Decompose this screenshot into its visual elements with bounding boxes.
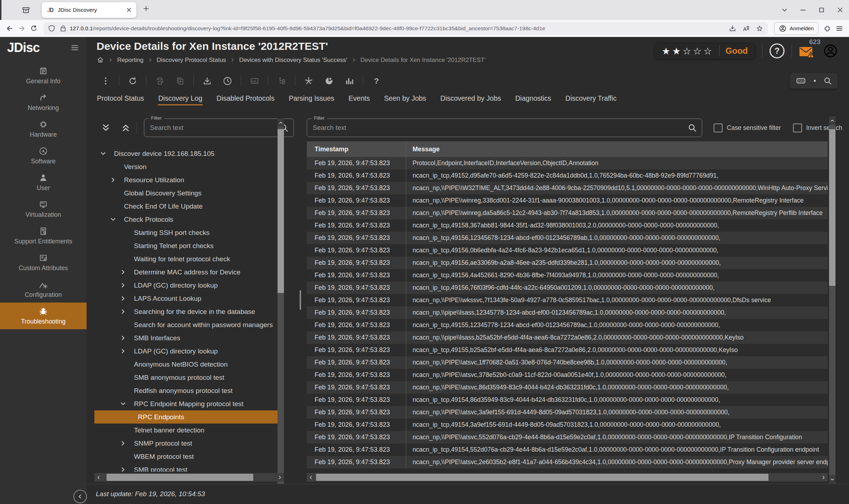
tree-collapsed-icon[interactable] (120, 308, 126, 315)
tree-item-resource-utilization[interactable]: Resource Utilization (94, 173, 276, 187)
tree-toggle[interactable] (120, 466, 134, 472)
browser-tab[interactable]: JD JDisc Discovery (42, 2, 136, 18)
expand-all-icon[interactable] (101, 123, 111, 133)
tree-collapsed-icon[interactable] (120, 282, 126, 289)
tree-item-rpc-endpoint-mapping-protocol-test[interactable]: RPC Endpoint Mapping protocol test (94, 397, 276, 410)
log-row[interactable]: Feb 19, 2026, 9:47:53.823 ncacn_np,\\PIP… (307, 207, 828, 219)
sql-button[interactable]: SQL (250, 76, 259, 86)
tree-toggle[interactable] (110, 216, 124, 223)
bookmark-star-icon[interactable] (756, 25, 763, 32)
tree-toggle[interactable] (120, 440, 134, 447)
checkbox-box[interactable] (714, 124, 723, 132)
tree-search-input[interactable] (149, 124, 279, 132)
table-view-button[interactable] (796, 75, 806, 86)
url-bar[interactable]: 127.0.0.1 /reports/device-details/troubl… (43, 22, 768, 35)
kebab-menu-button[interactable] (101, 76, 110, 86)
log-row[interactable]: Feb 19, 2026, 9:47:53.823 ncacn_ip_tcp,4… (307, 269, 828, 282)
tree-item-rpc-endpoints[interactable]: RPC Endpoints (94, 410, 278, 424)
tree-collapsed-icon[interactable] (120, 466, 126, 472)
breadcrumb-item[interactable]: Discovery Protocol Status (157, 57, 226, 64)
breadcrumb-item[interactable]: Device Details for Xen Instance '2012R2T… (361, 57, 486, 64)
copy-report-button[interactable] (175, 76, 185, 86)
tree-item-version[interactable]: Version (94, 160, 276, 173)
maximize-window-icon[interactable] (818, 6, 825, 14)
zoom-button[interactable] (823, 77, 832, 85)
tree-collapsed-icon[interactable] (110, 177, 117, 183)
tree-item-snmp-protocol-test[interactable]: SNMP protocol test (94, 437, 276, 450)
tree-item-check-end-of-life-update[interactable]: Check End Of Life Update (94, 200, 276, 213)
log-row[interactable]: Feb 19, 2026, 9:47:53.823 ncacn_ip_tcp,4… (307, 319, 828, 331)
tree-item-redfish-anonymous-protocol-test[interactable]: Redfish anonymous protocol test (94, 384, 276, 397)
tree-item-waiting-for-telnet-protocol-check[interactable]: Waiting for telnet protocol check (94, 252, 276, 266)
scroll-left-icon[interactable] (96, 475, 101, 480)
close-window-icon[interactable] (836, 6, 844, 14)
tree-collapsed-icon[interactable] (120, 269, 126, 275)
history-button[interactable] (223, 76, 232, 86)
log-row[interactable]: Feb 19, 2026, 9:47:53.823 ncacn_np,\\PIP… (307, 456, 828, 468)
tab-discovery-log[interactable]: Discovery Log (158, 92, 203, 106)
topology-button[interactable] (277, 76, 286, 86)
tree-vertical-scrollbar[interactable] (278, 119, 284, 484)
log-row[interactable]: Feb 19, 2026, 9:47:53.823 ncacn_np,\\pip… (307, 306, 828, 319)
tree-expanded-icon[interactable] (120, 400, 126, 407)
log-row[interactable]: Feb 19, 2026, 9:47:53.823 ncacn_ip_tcp,4… (307, 344, 828, 356)
forward-button[interactable] (16, 22, 28, 35)
column-header-timestamp[interactable]: Timestamp (307, 146, 406, 153)
log-row[interactable]: Feb 19, 2026, 9:47:53.823 ncacn_ip_tcp,4… (307, 257, 828, 269)
pie-chart-button[interactable] (324, 76, 334, 86)
print-button[interactable] (155, 76, 165, 86)
extensions-icon[interactable] (821, 22, 833, 35)
tree-item-smb-protocol-test[interactable]: SMB protocol test (94, 463, 276, 472)
tree-toggle[interactable] (120, 269, 134, 275)
log-row[interactable]: Feb 19, 2026, 9:47:53.823 ncacn_np,\\PIP… (307, 369, 828, 381)
tree-toggle[interactable] (120, 295, 134, 302)
tree-toggle[interactable] (100, 150, 114, 157)
log-row[interactable]: Feb 19, 2026, 9:47:53.823 ncacn_np,\\PIP… (307, 356, 828, 369)
tab-seen-by-jobs[interactable]: Seen by Jobs (384, 92, 426, 106)
log-row[interactable]: Feb 19, 2026, 9:47:53.823 ncacn_ip_tcp,4… (307, 219, 828, 232)
sidebar-item-virtualization[interactable]: Virtualization (0, 196, 87, 222)
tab-diagnostics[interactable]: Diagnostics (515, 92, 552, 106)
sidebar-item-user[interactable]: User (0, 169, 87, 196)
tree-toggle[interactable] (110, 177, 124, 183)
collapse-sidebar-button[interactable] (73, 490, 87, 503)
tracking-shield-icon[interactable] (48, 25, 56, 32)
tree-item-searching-for-the-device-in-the-database[interactable]: Searching for the device in the database (94, 305, 276, 318)
log-horizontal-scrollbar[interactable] (307, 473, 828, 482)
scroll-up-icon[interactable] (278, 119, 284, 127)
tree-item-anonymous-netbios-detection[interactable]: Anonymous NetBIOS detection (94, 358, 276, 371)
log-row[interactable]: Feb 19, 2026, 9:47:53.823 ncacn_ip_tcp,4… (307, 232, 828, 244)
log-row[interactable]: Feb 19, 2026, 9:47:53.823 ncacn_ip_tcp,4… (307, 394, 828, 406)
tree-collapsed-icon[interactable] (120, 335, 126, 341)
tree-item-ldap-gc-directory-lookup[interactable]: LDAP (GC) directory lookup (94, 345, 276, 358)
sidebar-item-custom-attributes[interactable]: Custom Attributes (0, 249, 87, 276)
log-row[interactable]: Feb 19, 2026, 9:47:53.823 ncacn_np,\\PIP… (307, 406, 828, 419)
log-row[interactable]: Feb 19, 2026, 9:47:53.823 ncacn_ip_tcp,4… (307, 419, 828, 431)
tree-item-starting-telnet-port-checks[interactable]: Starting Telnet port checks (94, 239, 276, 252)
breadcrumb-item[interactable]: Devices with Discovery Status 'Success' (239, 57, 347, 64)
tab-discovered-by-jobs[interactable]: Discovered by Jobs (440, 92, 501, 106)
refresh-button[interactable] (128, 76, 138, 86)
signin-button[interactable]: Anmelden (774, 22, 818, 35)
tab-protocol-status[interactable]: Protocol Status (97, 92, 144, 106)
checkbox-box[interactable] (793, 124, 802, 132)
minimize-window-icon[interactable] (799, 6, 807, 14)
lock-icon[interactable] (59, 25, 67, 32)
firefox-view-icon[interactable] (21, 5, 31, 15)
sidebar-item-hardware[interactable]: Hardware (0, 116, 87, 142)
tab-parsing-issues[interactable]: Parsing Issues (288, 92, 335, 106)
question-button[interactable]: ? (372, 76, 381, 86)
tree-collapsed-icon[interactable] (120, 348, 126, 355)
new-tab-button[interactable] (142, 5, 150, 12)
tree-item-check-protocols[interactable]: Check Protocols (94, 213, 276, 226)
tab-discovery-traffic[interactable]: Discovery Traffic (565, 92, 617, 106)
tree-item-laps-account-lookup[interactable]: LAPS Account Lookup (94, 292, 276, 305)
log-row[interactable]: Feb 19, 2026, 9:47:53.823 ncacn_np,\\PIP… (307, 431, 828, 443)
bar-chart-button[interactable] (345, 76, 354, 86)
sidebar-item-configuration[interactable]: Configuration (0, 276, 87, 303)
tree-collapsed-icon[interactable] (120, 440, 126, 447)
column-header-message[interactable]: Message (406, 141, 828, 157)
download-button[interactable] (202, 76, 212, 86)
tree-horizontal-scrollbar[interactable] (94, 473, 284, 482)
menu-icon[interactable] (833, 22, 845, 35)
